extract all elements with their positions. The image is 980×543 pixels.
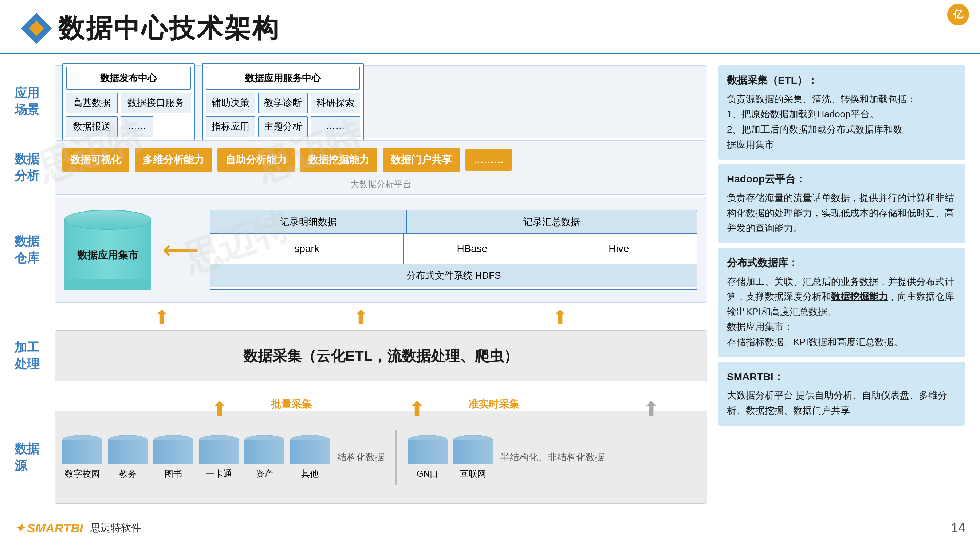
dotdot-2: …… bbox=[311, 116, 360, 137]
app-scenario-row: 应用场景 数据发布中心 高基数据 数据接口服务 数据报送 …… bbox=[14, 65, 707, 138]
grid-header-detail: 记录明细数据 bbox=[210, 210, 407, 233]
info-card-distributed: 分布式数据库： 存储加工、关联、汇总后的业务数据，并提供分布式计算，支撑数据深度… bbox=[718, 248, 966, 357]
db-academic: 教务 bbox=[108, 435, 148, 479]
data-interface: 数据接口服务 bbox=[121, 92, 191, 113]
db-internet: 互联网 bbox=[453, 435, 493, 479]
distributed-title: 分布式数据库： bbox=[727, 255, 956, 271]
arrows-between-warehouse-processing: ⬆ ⬆ ⬆ bbox=[14, 305, 707, 330]
grid-header-summary: 记录汇总数据 bbox=[407, 210, 697, 233]
data-report: 数据报送 bbox=[66, 116, 118, 137]
high-base-data: 高基数据 bbox=[66, 92, 118, 113]
db-card: 一卡通 bbox=[199, 435, 239, 479]
data-mining-btn[interactable]: 数据挖掘能力 bbox=[300, 148, 377, 172]
processing-label: 加工处理 bbox=[14, 330, 51, 381]
footer: ✦ SMARTBI 思迈特软件 14 bbox=[14, 521, 966, 536]
data-app-service: 数据应用服务中心 辅助决策 教学诊断 科研探索 指标应用 主题分析 …… bbox=[202, 63, 364, 140]
datasource-content: 数字校园 教务 bbox=[55, 411, 707, 504]
up-arrow-hollow: ⬆ bbox=[643, 397, 660, 420]
realtime-label: 准实时采集 bbox=[468, 397, 519, 411]
grid-hdfs: 分布式文件系统 HDFS bbox=[210, 264, 697, 287]
top-badge: 亿 bbox=[947, 4, 969, 25]
up-arrow-batch-1: ⬆ bbox=[211, 397, 228, 420]
teach-diagnosis: 教学诊断 bbox=[258, 92, 308, 113]
warehouse-arrow: ⟵ bbox=[162, 235, 199, 265]
data-analysis-content: 数据可视化 多维分析能力 自助分析能力 数据挖掘能力 数据门户共享 ……… 大数… bbox=[55, 140, 707, 195]
up-arrow-2: ⬆ bbox=[353, 306, 369, 329]
db-library: 图书 bbox=[153, 435, 193, 479]
mining-bold: 数据挖掘能力 bbox=[831, 291, 888, 302]
science-explore: 科研探索 bbox=[311, 92, 360, 113]
info-card-etl: 数据采集（ETL）： 负责源数据的采集、清洗、转换和加载包括：1、把原始数据加载… bbox=[718, 65, 966, 159]
data-analysis-label: 数据分析 bbox=[14, 140, 51, 195]
publish-center-title: 数据发布中心 bbox=[66, 67, 191, 89]
processing-text: 数据采集（云化ETL，流数据处理、爬虫） bbox=[243, 346, 519, 366]
info-panel: 数据采集（ETL）： 负责源数据的采集、清洗、转换和加载包括：1、把原始数据加载… bbox=[718, 65, 966, 539]
page-title: 数据中心技术架构 bbox=[58, 11, 280, 46]
info-card-hadoop: Hadoop云平台： 负责存储海量的流量话单数据，提供并行的计算和非结构化数据的… bbox=[718, 164, 966, 243]
db-other: 其他 bbox=[290, 435, 330, 479]
data-warehouse-content: 数据应用集市 ⟵ 记录明细数据 记录汇总数据 spark bbox=[55, 197, 707, 303]
up-arrow-1: ⬆ bbox=[153, 306, 170, 329]
grid-hbase: HBase bbox=[404, 234, 541, 264]
distributed-content: 存储加工、关联、汇总后的业务数据，并提供分布式计算，支撑数据深度分析和数据挖掘能… bbox=[727, 274, 956, 350]
data-warehouse-row: 数据仓库 数据应用集市 ⟵ 记录明 bbox=[14, 197, 707, 303]
processing-row: 加工处理 数据采集（云化ETL，流数据处理、爬虫） bbox=[14, 330, 707, 381]
info-card-smartbi: SMARTBI： 大数据分析平台 提供自助分析、自助仪表盘、多维分析、数据挖掘、… bbox=[718, 361, 966, 426]
up-arrow-3: ⬆ bbox=[552, 306, 568, 329]
hadoop-content: 负责存储海量的流量话单数据，提供并行的计算和非结构化数据的处理能力，实现低成本的… bbox=[727, 191, 956, 236]
batch-label: 批量采集 bbox=[271, 397, 312, 411]
theme-analysis: 主题分析 bbox=[258, 116, 308, 137]
grid-hive: Hive bbox=[541, 234, 697, 264]
data-visualization-btn[interactable]: 数据可视化 bbox=[62, 148, 129, 172]
smartbi-content: 大数据分析平台 提供自助分析、自助仪表盘、多维分析、数据挖掘、数据门户共享 bbox=[727, 388, 956, 418]
header: 数据中心技术架构 亿 bbox=[0, 0, 980, 54]
footer-logo-s: ✦ bbox=[14, 521, 25, 535]
data-warehouse-label: 数据仓库 bbox=[14, 197, 51, 303]
cylinder-label: 数据应用集市 bbox=[77, 248, 138, 262]
main-content: 应用场景 数据发布中心 高基数据 数据接口服务 数据报送 …… bbox=[0, 54, 980, 543]
footer-page: 14 bbox=[951, 521, 966, 536]
footer-logo-area: ✦ SMARTBI 思迈特软件 bbox=[14, 521, 141, 535]
app-scenario-label: 应用场景 bbox=[14, 65, 51, 138]
platform-subtitle: 大数据分析平台 bbox=[62, 178, 699, 190]
structured-label: 结构化数据 bbox=[337, 451, 385, 463]
app-scenario-content: 数据发布中心 高基数据 数据接口服务 数据报送 …… 数据应用服务中心 bbox=[55, 65, 707, 138]
datasource-label: 数据源 bbox=[14, 411, 51, 504]
smartbi-title: SMARTBI： bbox=[727, 369, 956, 385]
etl-title: 数据采集（ETL）： bbox=[727, 72, 956, 89]
header-icon bbox=[22, 14, 51, 43]
semi-structured-label: 半结构化、非结构化数据 bbox=[500, 451, 605, 463]
hadoop-title: Hadoop云平台： bbox=[727, 171, 956, 188]
aux-decision: 辅助决策 bbox=[206, 92, 255, 113]
footer-company: 思迈特软件 bbox=[90, 521, 141, 535]
data-market-cylinder: 数据应用集市 bbox=[64, 210, 151, 290]
grid-spark: spark bbox=[210, 234, 404, 264]
self-analysis-btn[interactable]: 自助分析能力 bbox=[217, 148, 294, 172]
etl-content: 负责源数据的采集、清洗、转换和加载包括：1、把原始数据加载到Hadoop平台。2… bbox=[727, 92, 956, 152]
index-app: 指标应用 bbox=[206, 116, 255, 137]
db-gn: GN口 bbox=[407, 435, 447, 479]
app-service-title: 数据应用服务中心 bbox=[206, 67, 360, 89]
data-analysis-row: 数据分析 数据可视化 多维分析能力 自助分析能力 数据挖掘能力 数据门户共享 …… bbox=[14, 140, 707, 195]
db-assets: 资产 bbox=[244, 435, 285, 479]
processing-content: 数据采集（云化ETL，流数据处理、爬虫） bbox=[55, 330, 707, 381]
diagram-area: 应用场景 数据发布中心 高基数据 数据接口服务 数据报送 …… bbox=[14, 65, 707, 539]
data-portal-btn[interactable]: 数据门户共享 bbox=[383, 148, 460, 172]
data-publish-center: 数据发布中心 高基数据 数据接口服务 数据报送 …… bbox=[62, 63, 195, 140]
more-btn[interactable]: ……… bbox=[465, 149, 512, 171]
multi-dim-btn[interactable]: 多维分析能力 bbox=[135, 148, 212, 172]
warehouse-grid: 记录明细数据 记录汇总数据 spark HBase Hive 分布式文件系统 H… bbox=[210, 210, 697, 290]
up-arrow-batch-2: ⬆ bbox=[409, 397, 425, 420]
footer-logo-text: SMARTBI bbox=[27, 521, 83, 535]
dotdot-1: …… bbox=[121, 116, 153, 137]
datasource-row: 数据源 数字校园 bbox=[14, 411, 707, 504]
db-digital-campus: 数字校园 bbox=[62, 435, 102, 479]
arrows-with-labels: ⬆ 批量采集 ⬆ 准实时采集 ⬆ bbox=[14, 384, 707, 411]
datasource-divider bbox=[396, 430, 396, 485]
